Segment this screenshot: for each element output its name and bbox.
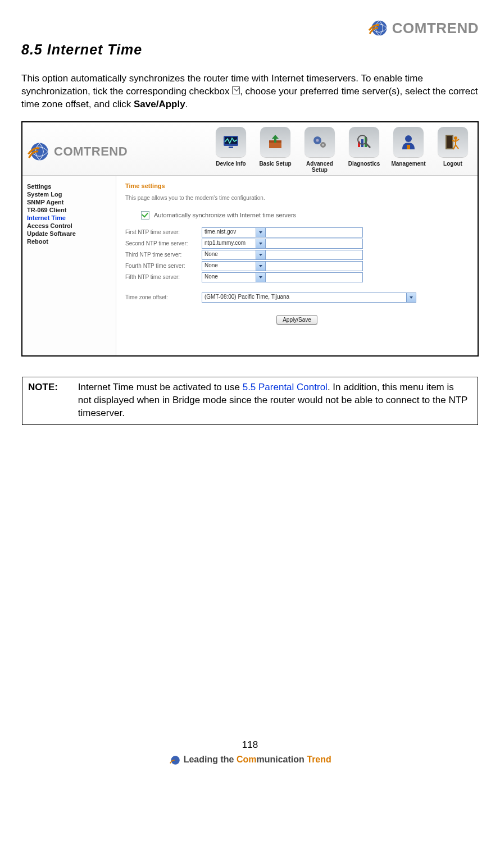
note-text-1: Internet Time must be activated to use bbox=[78, 382, 243, 392]
checkbox-icon bbox=[232, 86, 240, 94]
ntp-input-1[interactable] bbox=[265, 227, 363, 237]
sidebar-item-access-control[interactable]: Access Control bbox=[27, 222, 111, 230]
ntp-select-4[interactable]: None bbox=[202, 261, 266, 271]
chevron-down-icon bbox=[256, 228, 265, 237]
ntp-input-4[interactable] bbox=[265, 261, 363, 271]
ntp-row-2: Second NTP time server: ntp1.tummy.com bbox=[125, 239, 469, 249]
page-footer: 118 Leading the Communication Trend bbox=[21, 739, 479, 773]
intro-bold: Save/Apply bbox=[134, 99, 185, 109]
ntp-value: None bbox=[204, 251, 218, 257]
router-main: Time settings This page allows you to th… bbox=[116, 176, 478, 355]
tagline-2: munication bbox=[256, 755, 307, 764]
sidebar-item-internet-time[interactable]: Internet Time bbox=[27, 214, 111, 222]
ntp-select-2[interactable]: ntp1.tummy.com bbox=[202, 239, 266, 249]
main-subtitle: This page allows you to the modem's time… bbox=[125, 195, 469, 201]
ntp-row-3: Third NTP time server: None bbox=[125, 250, 469, 260]
exit-icon bbox=[443, 133, 462, 152]
nav-label: Device Info bbox=[216, 161, 246, 167]
sync-label: Automatically synchronize with Internet … bbox=[154, 212, 296, 218]
tagline-orange-1: Com bbox=[237, 755, 257, 764]
ntp-select-1[interactable]: time.nist.gov bbox=[202, 227, 266, 237]
ntp-row-4: Fourth NTP time server: None bbox=[125, 261, 469, 271]
ntp-input-3[interactable] bbox=[265, 250, 363, 260]
ntp-label: Fourth NTP time server: bbox=[125, 263, 202, 269]
section-heading: 8.5 Internet Time bbox=[21, 42, 479, 58]
ntp-select-5[interactable]: None bbox=[202, 272, 266, 282]
tz-value: (GMT-08:00) Pacific Time, Tijuana bbox=[204, 294, 289, 300]
ntp-label: Fifth NTP time server: bbox=[125, 274, 202, 280]
nav-label: Management bbox=[391, 161, 425, 167]
svg-rect-18 bbox=[407, 145, 410, 149]
tz-label: Time zone offset: bbox=[125, 294, 202, 300]
sidebar-item-reboot[interactable]: Reboot bbox=[27, 237, 111, 245]
person-icon bbox=[399, 133, 418, 152]
globe-icon bbox=[169, 754, 181, 766]
ntp-label: First NTP time server: bbox=[125, 229, 202, 235]
apply-save-button[interactable]: Apply/Save bbox=[276, 315, 317, 325]
ntp-input-5[interactable] bbox=[265, 272, 363, 282]
sync-checkbox-row: Automatically synchronize with Internet … bbox=[141, 211, 469, 220]
page-number: 118 bbox=[21, 739, 479, 751]
router-brand: COMTREND bbox=[54, 144, 128, 159]
magnifier-chart-icon bbox=[354, 133, 374, 152]
nav-basic-setup[interactable]: Basic Setup bbox=[254, 127, 297, 173]
ntp-value: None bbox=[204, 273, 218, 280]
router-logo: COMTREND bbox=[26, 139, 128, 174]
router-nav: Device Info Basic Setup Advanced Setup D… bbox=[210, 127, 474, 174]
ntp-value: None bbox=[204, 262, 218, 268]
sync-checkbox[interactable] bbox=[141, 211, 149, 220]
note-link[interactable]: 5.5 Parental Control bbox=[243, 382, 328, 392]
sidebar-item-snmp-agent[interactable]: SNMP Agent bbox=[27, 198, 111, 206]
nav-management[interactable]: Management bbox=[387, 127, 430, 173]
main-title: Time settings bbox=[125, 182, 469, 189]
svg-point-21 bbox=[454, 136, 457, 140]
router-sidebar: Settings System Log SNMP Agent TR-069 Cl… bbox=[22, 176, 116, 355]
intro-text-3: . bbox=[185, 99, 188, 109]
nav-advanced-setup[interactable]: Advanced Setup bbox=[298, 127, 341, 173]
sidebar-item-update-software[interactable]: Update Software bbox=[27, 230, 111, 237]
note-content: Internet Time must be activated to use 5… bbox=[78, 381, 468, 420]
router-ui-screenshot: COMTREND Device Info Basic Setup Advance… bbox=[21, 121, 479, 357]
nav-label: Diagnostics bbox=[348, 161, 380, 167]
nav-device-info[interactable]: Device Info bbox=[210, 127, 252, 173]
brand-name: COMTREND bbox=[392, 20, 479, 36]
ntp-row-1: First NTP time server: time.nist.gov bbox=[125, 227, 469, 237]
ntp-row-5: Fifth NTP time server: None bbox=[125, 272, 469, 282]
chevron-down-icon bbox=[256, 262, 265, 271]
svg-point-17 bbox=[405, 135, 412, 142]
ntp-label: Second NTP time server: bbox=[125, 240, 202, 246]
nav-logout[interactable]: Logout bbox=[431, 127, 474, 173]
chevron-down-icon bbox=[406, 293, 416, 302]
router-header: COMTREND Device Info Basic Setup Advance… bbox=[22, 122, 478, 176]
nav-label: Logout bbox=[443, 161, 462, 167]
brand-logo-header: COMTREND bbox=[21, 17, 479, 39]
footer-tagline: Leading the Communication Trend bbox=[21, 754, 479, 766]
nav-label: Basic Setup bbox=[259, 161, 291, 167]
ntp-select-3[interactable]: None bbox=[202, 250, 266, 260]
chevron-down-icon bbox=[256, 250, 265, 259]
intro-paragraph: This option automatically synchronizes t… bbox=[21, 72, 479, 111]
globe-icon bbox=[26, 139, 51, 164]
box-arrow-icon bbox=[266, 133, 285, 152]
chevron-down-icon bbox=[256, 239, 265, 248]
gears-icon bbox=[310, 133, 329, 152]
svg-rect-5 bbox=[229, 147, 233, 148]
svg-rect-20 bbox=[447, 136, 452, 148]
svg-point-11 bbox=[322, 144, 324, 146]
ntp-input-2[interactable] bbox=[265, 239, 363, 249]
ntp-label: Third NTP time server: bbox=[125, 252, 202, 258]
globe-icon bbox=[367, 17, 389, 39]
svg-point-9 bbox=[316, 139, 319, 141]
tagline-1: Leading the bbox=[184, 755, 237, 764]
sidebar-item-system-log[interactable]: System Log bbox=[27, 190, 111, 198]
timezone-row: Time zone offset: (GMT-08:00) Pacific Ti… bbox=[125, 293, 469, 303]
nav-diagnostics[interactable]: Diagnostics bbox=[343, 127, 385, 173]
nav-label: Advanced Setup bbox=[306, 161, 333, 173]
tz-select[interactable]: (GMT-08:00) Pacific Time, Tijuana bbox=[202, 293, 416, 303]
svg-rect-13 bbox=[361, 139, 363, 147]
ntp-value: time.nist.gov bbox=[204, 229, 236, 235]
note-label: NOTE: bbox=[28, 381, 75, 394]
tagline-orange-2: Trend bbox=[307, 755, 331, 764]
sidebar-item-tr069[interactable]: TR-069 Client bbox=[27, 206, 111, 214]
sidebar-item-settings[interactable]: Settings bbox=[27, 182, 111, 190]
